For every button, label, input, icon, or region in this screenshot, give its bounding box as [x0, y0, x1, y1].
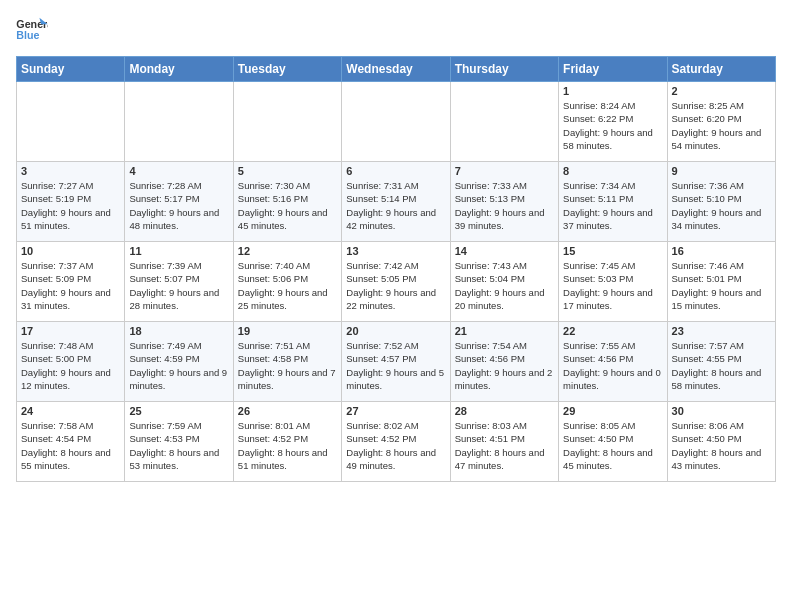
cell-content-line: Sunset: 6:20 PM: [672, 112, 771, 125]
cell-content-line: Daylight: 8 hours and 43 minutes.: [672, 446, 771, 473]
cell-content-line: Sunrise: 7:36 AM: [672, 179, 771, 192]
calendar-cell: 16Sunrise: 7:46 AMSunset: 5:01 PMDayligh…: [667, 242, 775, 322]
cell-content-line: Sunrise: 7:51 AM: [238, 339, 337, 352]
calendar-cell: 4Sunrise: 7:28 AMSunset: 5:17 PMDaylight…: [125, 162, 233, 242]
svg-text:Blue: Blue: [16, 29, 39, 41]
calendar-cell: [17, 82, 125, 162]
cell-content-line: Daylight: 8 hours and 47 minutes.: [455, 446, 554, 473]
calendar-week-row: 1Sunrise: 8:24 AMSunset: 6:22 PMDaylight…: [17, 82, 776, 162]
cell-content-line: Daylight: 9 hours and 39 minutes.: [455, 206, 554, 233]
calendar-cell: 18Sunrise: 7:49 AMSunset: 4:59 PMDayligh…: [125, 322, 233, 402]
calendar-cell: 2Sunrise: 8:25 AMSunset: 6:20 PMDaylight…: [667, 82, 775, 162]
day-number: 5: [238, 165, 337, 177]
cell-content-line: Sunset: 4:53 PM: [129, 432, 228, 445]
cell-content-line: Daylight: 9 hours and 12 minutes.: [21, 366, 120, 393]
calendar-cell: 26Sunrise: 8:01 AMSunset: 4:52 PMDayligh…: [233, 402, 341, 482]
cell-content-line: Daylight: 9 hours and 31 minutes.: [21, 286, 120, 313]
cell-content-line: Sunrise: 8:01 AM: [238, 419, 337, 432]
cell-content-line: Sunrise: 7:39 AM: [129, 259, 228, 272]
cell-content-line: Sunset: 5:16 PM: [238, 192, 337, 205]
day-number: 4: [129, 165, 228, 177]
cell-content-line: Sunrise: 7:54 AM: [455, 339, 554, 352]
cell-content-line: Daylight: 8 hours and 45 minutes.: [563, 446, 662, 473]
calendar-cell: 11Sunrise: 7:39 AMSunset: 5:07 PMDayligh…: [125, 242, 233, 322]
page-header: General Blue: [16, 16, 776, 44]
day-number: 1: [563, 85, 662, 97]
cell-content-line: Sunset: 6:22 PM: [563, 112, 662, 125]
cell-content-line: Daylight: 9 hours and 17 minutes.: [563, 286, 662, 313]
calendar-cell: 3Sunrise: 7:27 AMSunset: 5:19 PMDaylight…: [17, 162, 125, 242]
day-number: 24: [21, 405, 120, 417]
logo-icon: General Blue: [16, 16, 48, 44]
cell-content-line: Sunrise: 7:31 AM: [346, 179, 445, 192]
calendar-cell: 13Sunrise: 7:42 AMSunset: 5:05 PMDayligh…: [342, 242, 450, 322]
day-number: 18: [129, 325, 228, 337]
day-number: 2: [672, 85, 771, 97]
calendar-week-row: 10Sunrise: 7:37 AMSunset: 5:09 PMDayligh…: [17, 242, 776, 322]
day-number: 30: [672, 405, 771, 417]
calendar-cell: 20Sunrise: 7:52 AMSunset: 4:57 PMDayligh…: [342, 322, 450, 402]
cell-content-line: Daylight: 9 hours and 37 minutes.: [563, 206, 662, 233]
day-number: 9: [672, 165, 771, 177]
cell-content-line: Sunset: 5:00 PM: [21, 352, 120, 365]
cell-content-line: Sunset: 4:56 PM: [563, 352, 662, 365]
cell-content-line: Daylight: 9 hours and 20 minutes.: [455, 286, 554, 313]
weekday-header-thursday: Thursday: [450, 57, 558, 82]
cell-content-line: Sunrise: 7:46 AM: [672, 259, 771, 272]
calendar-cell: 10Sunrise: 7:37 AMSunset: 5:09 PMDayligh…: [17, 242, 125, 322]
calendar-cell: 22Sunrise: 7:55 AMSunset: 4:56 PMDayligh…: [559, 322, 667, 402]
cell-content-line: Sunset: 5:07 PM: [129, 272, 228, 285]
cell-content-line: Sunset: 4:56 PM: [455, 352, 554, 365]
cell-content-line: Sunset: 4:50 PM: [563, 432, 662, 445]
cell-content-line: Sunrise: 7:55 AM: [563, 339, 662, 352]
calendar-cell: 25Sunrise: 7:59 AMSunset: 4:53 PMDayligh…: [125, 402, 233, 482]
day-number: 25: [129, 405, 228, 417]
cell-content-line: Sunset: 4:54 PM: [21, 432, 120, 445]
calendar-week-row: 24Sunrise: 7:58 AMSunset: 4:54 PMDayligh…: [17, 402, 776, 482]
day-number: 27: [346, 405, 445, 417]
calendar-cell: 24Sunrise: 7:58 AMSunset: 4:54 PMDayligh…: [17, 402, 125, 482]
cell-content-line: Sunset: 4:50 PM: [672, 432, 771, 445]
cell-content-line: Sunset: 5:06 PM: [238, 272, 337, 285]
day-number: 17: [21, 325, 120, 337]
day-number: 21: [455, 325, 554, 337]
cell-content-line: Sunrise: 7:43 AM: [455, 259, 554, 272]
cell-content-line: Sunrise: 7:40 AM: [238, 259, 337, 272]
cell-content-line: Daylight: 9 hours and 5 minutes.: [346, 366, 445, 393]
calendar-cell: 14Sunrise: 7:43 AMSunset: 5:04 PMDayligh…: [450, 242, 558, 322]
calendar-cell: 17Sunrise: 7:48 AMSunset: 5:00 PMDayligh…: [17, 322, 125, 402]
cell-content-line: Sunset: 4:59 PM: [129, 352, 228, 365]
day-number: 11: [129, 245, 228, 257]
calendar-cell: 28Sunrise: 8:03 AMSunset: 4:51 PMDayligh…: [450, 402, 558, 482]
cell-content-line: Daylight: 9 hours and 42 minutes.: [346, 206, 445, 233]
day-number: 8: [563, 165, 662, 177]
cell-content-line: Daylight: 8 hours and 51 minutes.: [238, 446, 337, 473]
cell-content-line: Sunset: 5:13 PM: [455, 192, 554, 205]
day-number: 15: [563, 245, 662, 257]
cell-content-line: Sunset: 5:03 PM: [563, 272, 662, 285]
cell-content-line: Sunrise: 7:30 AM: [238, 179, 337, 192]
cell-content-line: Daylight: 9 hours and 34 minutes.: [672, 206, 771, 233]
calendar-cell: 7Sunrise: 7:33 AMSunset: 5:13 PMDaylight…: [450, 162, 558, 242]
calendar-cell: 30Sunrise: 8:06 AMSunset: 4:50 PMDayligh…: [667, 402, 775, 482]
day-number: 16: [672, 245, 771, 257]
calendar-cell: 1Sunrise: 8:24 AMSunset: 6:22 PMDaylight…: [559, 82, 667, 162]
calendar-cell: 12Sunrise: 7:40 AMSunset: 5:06 PMDayligh…: [233, 242, 341, 322]
cell-content-line: Sunrise: 8:24 AM: [563, 99, 662, 112]
calendar-cell: 6Sunrise: 7:31 AMSunset: 5:14 PMDaylight…: [342, 162, 450, 242]
cell-content-line: Sunrise: 7:58 AM: [21, 419, 120, 432]
calendar-cell: 23Sunrise: 7:57 AMSunset: 4:55 PMDayligh…: [667, 322, 775, 402]
weekday-header-saturday: Saturday: [667, 57, 775, 82]
cell-content-line: Daylight: 9 hours and 45 minutes.: [238, 206, 337, 233]
calendar-cell: 21Sunrise: 7:54 AMSunset: 4:56 PMDayligh…: [450, 322, 558, 402]
cell-content-line: Sunrise: 7:42 AM: [346, 259, 445, 272]
cell-content-line: Sunset: 5:17 PM: [129, 192, 228, 205]
cell-content-line: Daylight: 9 hours and 28 minutes.: [129, 286, 228, 313]
cell-content-line: Daylight: 9 hours and 51 minutes.: [21, 206, 120, 233]
calendar-cell: [342, 82, 450, 162]
day-number: 29: [563, 405, 662, 417]
day-number: 22: [563, 325, 662, 337]
calendar-cell: 27Sunrise: 8:02 AMSunset: 4:52 PMDayligh…: [342, 402, 450, 482]
cell-content-line: Daylight: 9 hours and 2 minutes.: [455, 366, 554, 393]
weekday-header-tuesday: Tuesday: [233, 57, 341, 82]
